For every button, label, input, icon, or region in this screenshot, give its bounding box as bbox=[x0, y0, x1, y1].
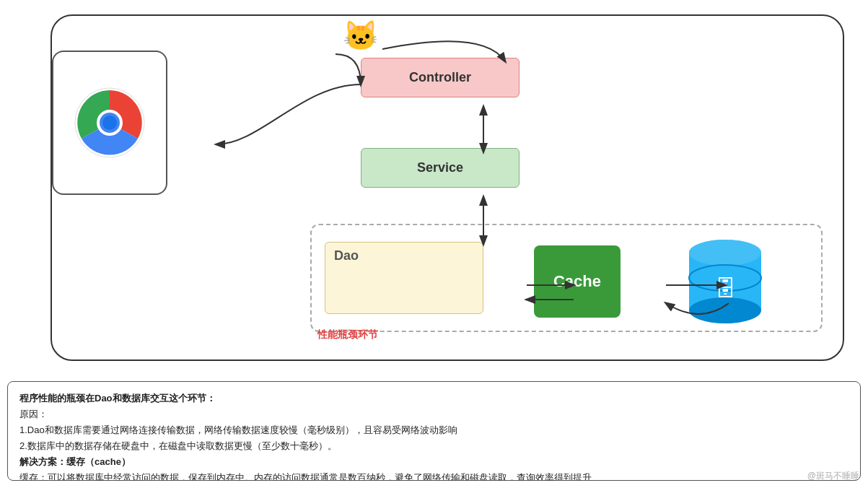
text-line4: 2.数据库中的数据存储在硬盘中，在磁盘中读取数据更慢（至少数十毫秒）。 bbox=[19, 440, 337, 451]
database-icon: 🗄 bbox=[685, 231, 765, 332]
svg-point-7 bbox=[689, 240, 761, 266]
chrome-browser-box bbox=[52, 51, 167, 195]
svg-point-3 bbox=[102, 116, 117, 130]
chrome-icon bbox=[74, 87, 146, 159]
cache-label: Cache bbox=[553, 272, 601, 291]
service-box: Service bbox=[361, 148, 520, 188]
text-area: 程序性能的瓶颈在Dao和数据库交互这个环节： 原因： 1.Dao和数据库需要通过… bbox=[7, 381, 861, 481]
watermark: @斑马不睡睡 bbox=[807, 470, 859, 482]
main-container: 🐱 Controller Service 性能瓶颈环节 Dao Cache bbox=[0, 0, 868, 488]
service-label: Service bbox=[417, 160, 463, 175]
perf-label: 性能瓶颈环节 bbox=[317, 328, 378, 341]
controller-label: Controller bbox=[409, 70, 471, 85]
svg-text:🗄: 🗄 bbox=[714, 276, 736, 300]
text-line6: 缓存：可以将数据库中经常访问的数据，保存到内存中。内存的访问数据通常是数百纳秒，… bbox=[19, 472, 592, 481]
cache-box: Cache bbox=[534, 245, 621, 318]
dao-label: Dao bbox=[334, 248, 359, 263]
dao-box: Dao bbox=[325, 242, 483, 314]
text-line5: 解决方案：缓存（cache） bbox=[19, 456, 131, 467]
tomcat-icon: 🐱 bbox=[336, 16, 386, 56]
diagram-area: 🐱 Controller Service 性能瓶颈环节 Dao Cache bbox=[7, 7, 861, 375]
svg-point-6 bbox=[689, 297, 761, 323]
text-line2: 原因： bbox=[19, 409, 48, 419]
text-line3: 1.Dao和数据库需要通过网络连接传输数据，网络传输数据速度较慢（毫秒级别），且… bbox=[19, 424, 457, 435]
text-line1: 程序性能的瓶颈在Dao和数据库交互这个环节： bbox=[19, 393, 216, 404]
controller-box: Controller bbox=[361, 58, 520, 97]
